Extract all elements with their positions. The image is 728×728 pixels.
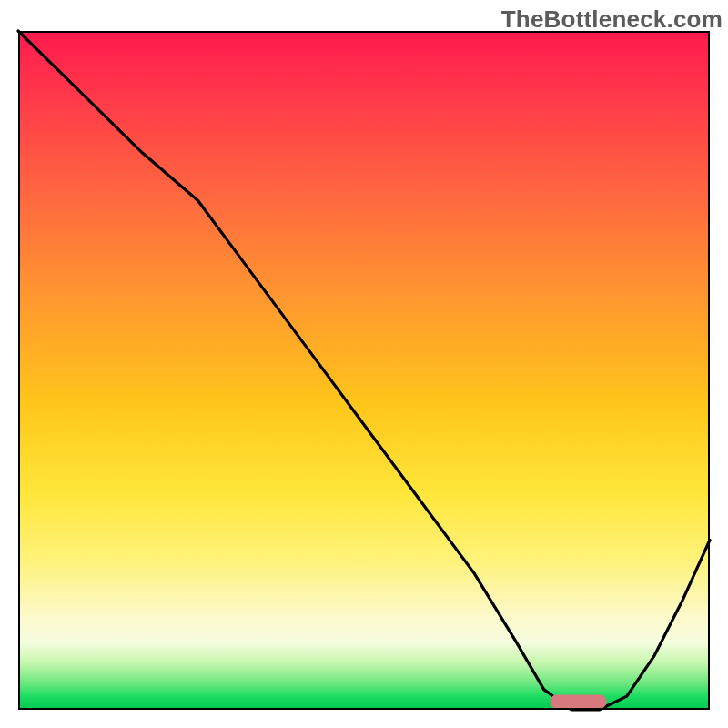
curve-layer xyxy=(18,31,710,710)
chart-stage: TheBottleneck.com xyxy=(0,0,728,728)
bottleneck-curve-path xyxy=(18,31,710,710)
plot-area xyxy=(18,31,710,710)
watermark-text: TheBottleneck.com xyxy=(501,5,723,34)
optimal-range-marker xyxy=(551,695,606,708)
